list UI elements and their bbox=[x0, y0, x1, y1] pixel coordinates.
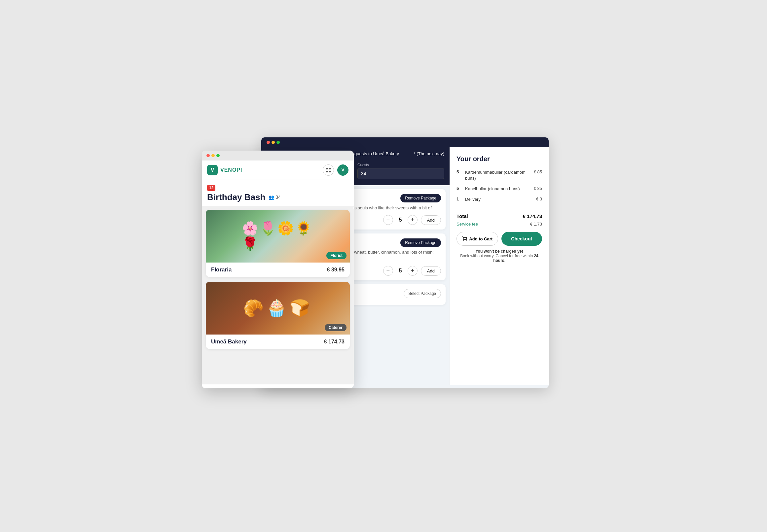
total-value: € 174,73 bbox=[523, 213, 542, 219]
svg-rect-2 bbox=[326, 168, 328, 169]
scene: Share the details of your event date, ti… bbox=[202, 137, 565, 395]
order-item-1-name: Kardemummabullar (cardamom buns) bbox=[465, 169, 530, 181]
bakery-price: € 174,73 bbox=[324, 339, 345, 345]
service-fee-row: Service fee € 1,73 bbox=[457, 222, 542, 227]
avatar-button[interactable]: V bbox=[337, 164, 348, 176]
cancel-note: Book without worry. Cancel for free with… bbox=[460, 254, 538, 263]
cart-icon bbox=[462, 236, 467, 241]
order-item-3-price: € 3 bbox=[536, 196, 542, 201]
svg-point-1 bbox=[466, 241, 466, 241]
pkg1-increase-button[interactable]: + bbox=[408, 215, 418, 225]
remove-package-button-2[interactable]: Remove Package bbox=[400, 238, 441, 247]
order-item-1: 5 Kardemummabullar (cardamom buns) € 85 bbox=[457, 169, 542, 181]
logo-icon: V bbox=[207, 165, 218, 175]
order-divider bbox=[457, 208, 542, 208]
event-date-badge: 12 bbox=[207, 185, 215, 191]
bakery-info: Umeå Bakery € 174,73 bbox=[206, 335, 350, 349]
grid-icon bbox=[326, 167, 331, 173]
front-chrome bbox=[202, 151, 354, 160]
event-title: Birthday Bash 👥 34 bbox=[207, 192, 348, 202]
pkg1-decrease-button[interactable]: − bbox=[383, 215, 393, 225]
cancel-highlight: 24 hours bbox=[493, 254, 538, 263]
florist-tag: Florist bbox=[326, 252, 347, 259]
maximize-dot[interactable] bbox=[276, 141, 280, 144]
front-maximize-dot[interactable] bbox=[216, 154, 220, 157]
order-item-2-price: € 85 bbox=[534, 186, 542, 191]
order-item-3-qty: 1 bbox=[457, 196, 462, 201]
guest-icon: 👥 bbox=[269, 195, 274, 200]
select-package-button-3[interactable]: Select Package bbox=[404, 289, 441, 298]
vendor-card-bakery[interactable]: Caterer Umeå Bakery € 174,73 bbox=[206, 282, 350, 349]
pkg2-add-button[interactable]: Add bbox=[421, 266, 441, 276]
add-to-cart-label: Add to Cart bbox=[469, 236, 493, 241]
back-window-chrome bbox=[261, 137, 549, 147]
floraria-image: Florist bbox=[206, 210, 350, 263]
pkg1-qty-display: 5 bbox=[396, 217, 404, 223]
pkg2-decrease-button[interactable]: − bbox=[383, 266, 393, 276]
vendor-card-floraria[interactable]: Florist Floraria € 39,95 bbox=[206, 210, 350, 277]
logo-text: VENOPI bbox=[220, 167, 242, 173]
order-title: Your order bbox=[457, 155, 542, 163]
order-total-row: Total € 174,73 bbox=[457, 213, 542, 219]
guests-field: Guests bbox=[357, 163, 444, 180]
header-icons: V bbox=[323, 164, 348, 176]
pkg2-qty-display: 5 bbox=[396, 268, 404, 274]
vendor-cards: Florist Floraria € 39,95 Caterer Umeå Ba… bbox=[202, 206, 354, 384]
order-item-1-qty: 5 bbox=[457, 169, 462, 174]
service-fee-value: € 1,73 bbox=[530, 222, 542, 227]
order-panel: Your order 5 Kardemummabullar (cardamom … bbox=[450, 147, 549, 385]
guests-label: Guests bbox=[357, 163, 444, 167]
front-close-dot[interactable] bbox=[206, 154, 210, 157]
front-window: V VENOPI V 12 Birthday Bash 👥 bbox=[202, 151, 354, 388]
logo-area: V VENOPI bbox=[207, 165, 242, 175]
booking-note: * (The next day) bbox=[414, 151, 445, 156]
pkg2-increase-button[interactable]: + bbox=[408, 266, 418, 276]
pkg1-add-button[interactable]: Add bbox=[421, 215, 441, 225]
no-charge-note: You won't be charged yet Book without wo… bbox=[457, 249, 542, 263]
order-item-3-name: Delivery bbox=[465, 196, 533, 202]
total-label: Total bbox=[457, 213, 468, 219]
no-charge-strong: You won't be charged yet bbox=[476, 249, 523, 254]
add-to-cart-button[interactable]: Add to Cart bbox=[457, 232, 498, 246]
close-dot[interactable] bbox=[267, 141, 270, 144]
svg-rect-4 bbox=[326, 171, 328, 172]
order-item-2: 5 Kanelbullar (cinnamon buns) € 85 bbox=[457, 186, 542, 192]
guest-count: 34 bbox=[275, 195, 281, 200]
bakery-image: Caterer bbox=[206, 282, 350, 335]
svg-point-0 bbox=[464, 241, 464, 241]
event-day: 12 bbox=[207, 185, 215, 191]
caterer-tag: Caterer bbox=[325, 324, 347, 331]
grid-icon-button[interactable] bbox=[323, 164, 334, 176]
checkout-button[interactable]: Checkout bbox=[501, 232, 542, 246]
chrome-dots bbox=[267, 141, 280, 144]
order-actions: Add to Cart Checkout bbox=[457, 232, 542, 246]
order-item-3: 1 Delivery € 3 bbox=[457, 196, 542, 202]
order-item-1-price: € 85 bbox=[534, 169, 542, 174]
service-fee-link[interactable]: Service fee bbox=[457, 222, 478, 227]
bakery-name: Umeå Bakery bbox=[211, 338, 247, 345]
svg-rect-5 bbox=[329, 171, 331, 172]
order-item-2-name: Kanelbullar (cinnamon buns) bbox=[465, 186, 530, 192]
guests-input[interactable] bbox=[357, 168, 444, 179]
svg-rect-3 bbox=[329, 168, 331, 169]
app-header: V VENOPI V bbox=[202, 160, 354, 180]
front-minimize-dot[interactable] bbox=[211, 154, 215, 157]
guest-badge: 👥 34 bbox=[269, 195, 281, 200]
order-item-2-qty: 5 bbox=[457, 186, 462, 191]
event-name: Birthday Bash bbox=[207, 192, 265, 202]
minimize-dot[interactable] bbox=[272, 141, 275, 144]
remove-package-button-1[interactable]: Remove Package bbox=[400, 194, 441, 202]
event-info: 12 Birthday Bash 👥 34 bbox=[202, 180, 354, 206]
floraria-price: € 39,95 bbox=[327, 267, 345, 273]
floraria-name: Floraria bbox=[211, 266, 232, 273]
summary-footer: Tax € 19,32 Service fee € 6,44 Total € 2… bbox=[202, 384, 354, 388]
floraria-info: Floraria € 39,95 bbox=[206, 263, 350, 277]
front-dots bbox=[206, 154, 220, 157]
